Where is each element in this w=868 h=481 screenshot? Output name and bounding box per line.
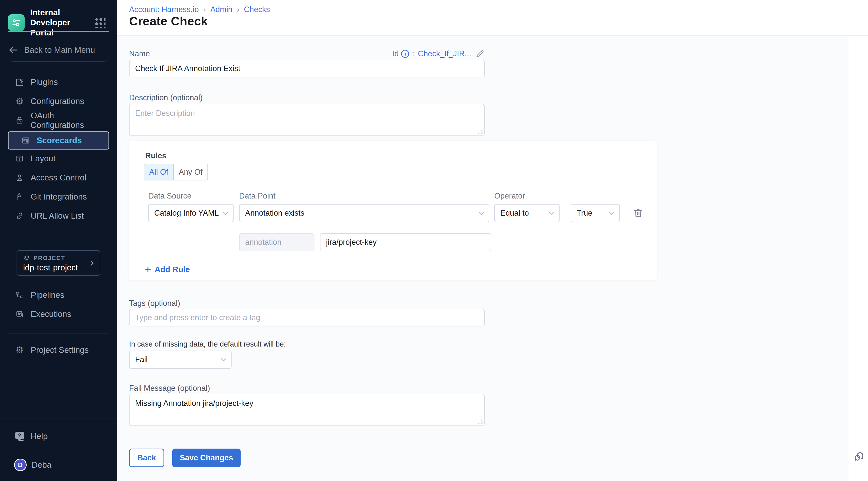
rules-mode-toggle: All Of Any Of [144,164,208,180]
plugins-icon [15,78,24,87]
support-chat-icon[interactable] [852,450,866,463]
add-rule-button[interactable]: + Add Rule [145,264,190,274]
user-name: Deba [32,460,52,470]
sidebar-header: Internal Developer Portal [8,7,111,38]
avatar: D [14,459,27,471]
breadcrumb-admin[interactable]: Admin [210,5,232,14]
sidebar-item-url-allow-list[interactable]: URL Allow List [8,208,109,224]
project-selector[interactable]: PROJECT idp-test-project [17,250,100,276]
chevron-separator-icon: › [203,5,206,14]
pipelines-icon [15,291,24,300]
breadcrumb: Account: Harness.io › Admin › Checks [129,5,270,14]
sidebar-item-layout[interactable]: Layout [8,151,109,167]
help-chat-icon: ? [15,432,24,441]
person-icon [15,173,24,182]
delete-rule-trash-icon[interactable] [632,207,644,219]
check-id-link[interactable]: Check_If_JIR... [418,49,471,58]
back-button[interactable]: Back [129,449,164,467]
divider [0,418,117,418]
annotation-key-input[interactable] [320,233,491,251]
sidebar-item-label: Plugins [31,78,58,87]
operator-select[interactable]: Equal to [494,204,560,222]
breadcrumb-checks[interactable]: Checks [244,5,270,14]
operator-target-value: True [577,209,610,218]
sidebar-item-label: Project Settings [31,345,89,355]
sidebar-item-project-settings[interactable]: ⚙ Project Settings [8,342,109,358]
info-icon[interactable]: i [401,50,409,58]
sidebar-item-label: URL Allow List [31,211,84,221]
git-branch-icon [15,192,24,201]
gear-icon: ⚙ [15,345,24,355]
id-label: Id [392,49,399,58]
tags-input[interactable] [129,309,485,326]
missing-data-label: In case of missing data, the default res… [129,340,286,348]
idp-logo-icon [8,14,25,31]
add-rule-label: Add Rule [155,265,190,274]
sidebar-item-label: OAuth Configurations [31,111,109,130]
sidebar: Internal Developer Portal Back to Main M… [0,0,117,481]
data-point-select[interactable]: Annotation exists [239,204,489,222]
create-check-form: Name Id i : Check_If_JIR... Description … [117,36,848,481]
right-gutter [848,36,868,481]
sidebar-item-label: Executions [31,309,71,319]
module-grid-icon[interactable] [94,17,105,28]
chevron-down-icon [221,356,226,362]
default-result-value: Fail [135,355,221,364]
user-menu[interactable]: D Deba [8,457,109,473]
default-result-select[interactable]: Fail [129,351,231,369]
project-label: PROJECT [34,255,65,262]
chevron-down-icon [478,209,484,215]
operator-label: Operator [494,191,525,201]
chevron-down-icon [549,209,555,215]
sidebar-item-help[interactable]: ? Help [8,428,109,444]
tags-label: Tags (optional) [129,299,180,308]
lock-icon [15,116,24,125]
save-changes-button[interactable]: Save Changes [172,449,241,467]
breadcrumb-account[interactable]: Account: Harness.io [129,5,199,14]
fail-message-textarea[interactable]: Missing Annotation jira/project-key [129,394,485,426]
sidebar-item-label: Access Control [31,173,86,182]
plus-icon: + [145,264,151,274]
divider [8,333,109,333]
back-to-main-menu[interactable]: Back to Main Menu [8,44,109,56]
sidebar-item-executions[interactable]: Executions [8,306,109,322]
gears-icon: ⚙ [15,97,24,106]
sidebar-item-plugins[interactable]: Plugins [8,74,109,90]
chevron-down-icon [223,209,228,215]
data-source-value: Catalog Info YAML [154,209,223,218]
chevron-right-icon [88,259,96,267]
help-label: Help [31,431,48,441]
sidebar-item-label: Git Integrations [31,192,87,202]
sidebar-item-git-integrations[interactable]: Git Integrations [8,189,109,205]
description-textarea[interactable] [129,104,485,136]
sidebar-item-oauth-configurations[interactable]: OAuth Configurations [8,112,109,128]
rules-label: Rules [145,151,166,160]
avatar-initial: D [14,459,27,471]
operator-value: Equal to [500,209,550,218]
data-point-label: Data Point [239,191,276,201]
back-label: Back to Main Menu [24,45,95,55]
accent-divider [8,31,109,32]
rules-card: Rules All Of Any Of Data Source Data Poi… [129,141,657,280]
annotation-type-input [239,233,314,251]
chevron-separator-icon: › [237,5,239,14]
edit-pencil-icon[interactable] [475,49,485,59]
name-label: Name [129,49,150,58]
toggle-any-of[interactable]: Any Of [173,164,208,180]
sidebar-item-scorecards[interactable]: Scorecards [8,131,109,150]
toggle-all-of[interactable]: All Of [144,164,173,180]
data-source-select[interactable]: Catalog Info YAML [148,204,234,222]
operator-target-select[interactable]: True [570,204,620,222]
sidebar-item-configurations[interactable]: ⚙ Configurations [8,93,109,109]
chevron-down-icon [609,209,615,215]
sidebar-item-label: Scorecards [37,136,82,145]
description-label: Description (optional) [129,93,203,102]
data-point-value: Annotation exists [245,209,479,218]
sidebar-item-access-control[interactable]: Access Control [8,170,109,186]
scorecard-icon [21,136,30,145]
name-input[interactable] [129,60,485,78]
fail-message-label: Fail Message (optional) [129,384,210,393]
layout-icon [15,154,24,163]
project-name: idp-test-project [23,263,78,272]
sidebar-item-pipelines[interactable]: Pipelines [8,287,109,303]
